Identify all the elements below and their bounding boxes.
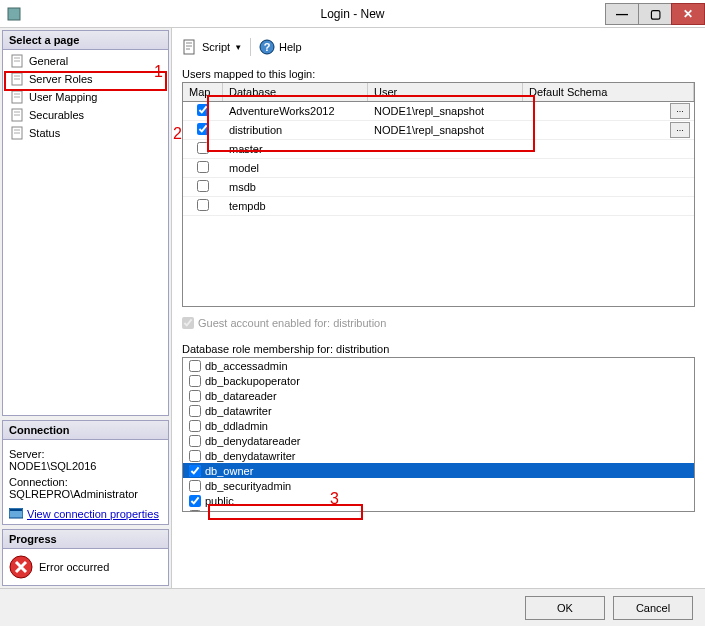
cell-schema: ...: [523, 122, 694, 138]
sidebar-page-user-mapping[interactable]: User Mapping: [7, 88, 164, 106]
role-label: db_ddladmin: [205, 420, 268, 432]
connection-label: Connection:: [9, 476, 162, 488]
role-label: db_datareader: [205, 390, 277, 402]
role-item-db_ddladmin[interactable]: db_ddladmin: [183, 418, 694, 433]
help-button[interactable]: ? Help: [259, 39, 302, 55]
role-checkbox[interactable]: [189, 360, 201, 372]
role-item-db_securityadmin[interactable]: db_securityadmin: [183, 478, 694, 493]
sidebar-page-server-roles[interactable]: Server Roles: [7, 70, 164, 88]
svg-rect-9: [184, 40, 194, 54]
role-label: db_denydatawriter: [205, 450, 296, 462]
col-header-schema[interactable]: Default Schema: [523, 83, 694, 101]
help-icon: ?: [259, 39, 275, 55]
role-label: public: [205, 495, 234, 507]
guest-account-checkbox: [182, 317, 194, 329]
role-item-db_owner[interactable]: db_owner: [183, 463, 694, 478]
roles-label: Database role membership for: distributi…: [182, 343, 695, 355]
role-item-db_backupoperator[interactable]: db_backupoperator: [183, 373, 694, 388]
script-button[interactable]: Script ▼: [182, 39, 242, 55]
role-item-db_denydatareader[interactable]: db_denydatareader: [183, 433, 694, 448]
role-checkbox[interactable]: [189, 435, 201, 447]
role-item-db_datareader[interactable]: db_datareader: [183, 388, 694, 403]
sidebar-page-securables[interactable]: Securables: [7, 106, 164, 124]
view-connection-properties-link[interactable]: View connection properties: [9, 508, 162, 520]
col-header-database[interactable]: Database: [223, 83, 368, 101]
annotation-2: 2: [173, 125, 182, 143]
left-sidebar: Select a page GeneralServer RolesUser Ma…: [0, 28, 172, 588]
role-item-db_datawriter[interactable]: db_datawriter: [183, 403, 694, 418]
schema-browse-button[interactable]: ...: [670, 122, 690, 138]
role-checkbox[interactable]: [189, 375, 201, 387]
app-icon: [6, 6, 22, 22]
map-checkbox[interactable]: [197, 104, 209, 116]
chevron-down-icon: ▼: [234, 43, 242, 52]
cell-user: NODE1\repl_snapshot: [368, 105, 523, 117]
table-row[interactable]: master: [183, 140, 694, 159]
svg-text:?: ?: [264, 41, 271, 53]
cell-database: distribution: [223, 124, 368, 136]
role-label: db_datawriter: [205, 405, 272, 417]
connection-panel: Connection Server: NODE1\SQL2016 Connect…: [2, 420, 169, 525]
role-checkbox[interactable]: [189, 480, 201, 492]
map-checkbox[interactable]: [197, 180, 209, 192]
cell-database: AdventureWorks2012: [223, 105, 368, 117]
table-row[interactable]: tempdb: [183, 197, 694, 216]
map-checkbox[interactable]: [197, 123, 209, 135]
col-header-map[interactable]: Map: [183, 83, 223, 101]
progress-status: Error occurred: [39, 561, 109, 573]
server-label: Server:: [9, 448, 162, 460]
role-label: db_accessadmin: [205, 360, 288, 372]
maximize-button[interactable]: ▢: [638, 3, 672, 25]
role-item-replmonitor[interactable]: replmonitor: [183, 508, 694, 512]
dialog-footer: OK Cancel: [0, 588, 705, 626]
page-icon: [11, 108, 25, 122]
role-checkbox[interactable]: [189, 495, 201, 507]
table-row[interactable]: distributionNODE1\repl_snapshot...: [183, 121, 694, 140]
users-mapped-grid: Map Database User Default Schema Adventu…: [182, 82, 695, 307]
users-mapped-label: Users mapped to this login:: [182, 68, 695, 80]
ok-button[interactable]: OK: [525, 596, 605, 620]
connection-header: Connection: [3, 421, 168, 440]
map-checkbox[interactable]: [197, 199, 209, 211]
connection-value: SQLREPRO\Administrator: [9, 488, 162, 500]
sidebar-page-status[interactable]: Status: [7, 124, 164, 142]
guest-account-label: Guest account enabled for: distribution: [198, 317, 386, 329]
select-page-panel: Select a page GeneralServer RolesUser Ma…: [2, 30, 169, 416]
cancel-button[interactable]: Cancel: [613, 596, 693, 620]
svg-rect-0: [8, 8, 20, 20]
role-checkbox[interactable]: [189, 510, 201, 513]
map-checkbox[interactable]: [197, 142, 209, 154]
annotation-1: 1: [154, 63, 163, 81]
role-item-db_accessadmin[interactable]: db_accessadmin: [183, 358, 694, 373]
role-item-public[interactable]: public: [183, 493, 694, 508]
script-icon: [182, 39, 198, 55]
role-label: db_backupoperator: [205, 375, 300, 387]
col-header-user[interactable]: User: [368, 83, 523, 101]
page-icon: [11, 90, 25, 104]
table-row[interactable]: msdb: [183, 178, 694, 197]
role-checkbox[interactable]: [189, 390, 201, 402]
table-row[interactable]: model: [183, 159, 694, 178]
cell-schema: ...: [523, 103, 694, 119]
table-row[interactable]: AdventureWorks2012NODE1\repl_snapshot...: [183, 102, 694, 121]
role-label: replmonitor: [205, 510, 260, 513]
role-checkbox[interactable]: [189, 420, 201, 432]
close-button[interactable]: ✕: [671, 3, 705, 25]
sidebar-page-general[interactable]: General: [7, 52, 164, 70]
role-checkbox[interactable]: [189, 450, 201, 462]
cell-user: NODE1\repl_snapshot: [368, 124, 523, 136]
schema-browse-button[interactable]: ...: [670, 103, 690, 119]
role-item-db_denydatawriter[interactable]: db_denydatawriter: [183, 448, 694, 463]
cell-database: master: [223, 143, 368, 155]
role-label: db_denydatareader: [205, 435, 300, 447]
titlebar: Login - New — ▢ ✕: [0, 0, 705, 28]
progress-header: Progress: [3, 530, 168, 549]
error-icon: [9, 555, 33, 579]
guest-account-row: Guest account enabled for: distribution: [182, 317, 695, 329]
role-checkbox[interactable]: [189, 405, 201, 417]
page-icon: [11, 54, 25, 68]
role-checkbox[interactable]: [189, 465, 201, 477]
map-checkbox[interactable]: [197, 161, 209, 173]
minimize-button[interactable]: —: [605, 3, 639, 25]
server-value: NODE1\SQL2016: [9, 460, 162, 472]
